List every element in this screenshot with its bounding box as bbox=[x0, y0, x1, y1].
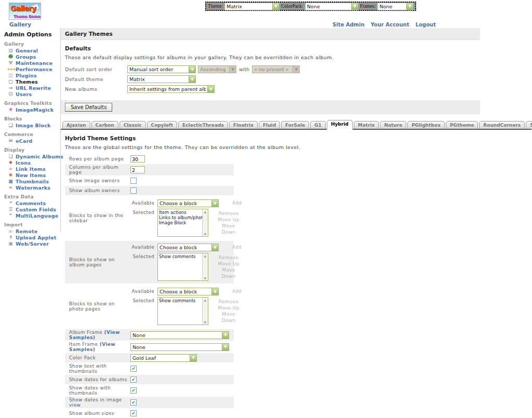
sidebar-item-themes[interactable]: ▢Themes bbox=[7, 79, 61, 85]
blocks-to-show-in-the-sidebar-available-select[interactable]: Choose a block▼ bbox=[157, 199, 219, 207]
list-option[interactable]: Item actions bbox=[159, 210, 201, 215]
sidebar-item-comments[interactable]: ❝Comments bbox=[7, 200, 61, 206]
move-down-button[interactable]: Move Down bbox=[216, 223, 242, 235]
scrollbar[interactable]: ▲▼ bbox=[202, 253, 208, 280]
blocks-to-show-on-photo-pages-selected-list[interactable]: Show comments▲▼ bbox=[157, 297, 208, 325]
sidebar-item-maintenance[interactable]: ⚒Maintenance bbox=[7, 60, 61, 66]
default-theme-label: Default theme bbox=[65, 76, 127, 82]
sidebar-item-users[interactable]: ☺Users bbox=[7, 91, 61, 97]
sidebar-item-performance[interactable]: »»»Performance bbox=[7, 66, 61, 72]
scroll-up-icon[interactable]: ▲ bbox=[204, 254, 206, 258]
scroll-up-icon[interactable]: ▲ bbox=[204, 210, 206, 213]
scroll-up-icon[interactable]: ▲ bbox=[204, 298, 206, 302]
scroll-down-icon[interactable]: ▼ bbox=[204, 276, 206, 280]
sidebar-item-upload-applet[interactable]: ⇑Upload Applet bbox=[7, 235, 61, 240]
view-samples-link[interactable]: (View Samples) bbox=[69, 330, 120, 340]
save-defaults-button[interactable]: Save Defaults bbox=[65, 103, 112, 112]
thumbnails-icon: ▦ bbox=[7, 179, 14, 184]
scrollbar[interactable]: ▲▼ bbox=[202, 298, 208, 325]
move-down-button[interactable]: Move Down bbox=[216, 311, 242, 323]
blocks-to-show-on-photo-pages-available-select[interactable]: Choose a block▼ bbox=[157, 288, 219, 295]
list-option[interactable]: Image Block bbox=[159, 220, 201, 225]
show-text-with-thumbnails-checkbox[interactable]: ✔ bbox=[130, 366, 137, 372]
scrollbar[interactable]: ▲▼ bbox=[202, 209, 208, 236]
breadcrumb[interactable]: Gallery bbox=[9, 21, 31, 28]
remove-button[interactable]: Remove bbox=[216, 254, 242, 261]
list-option[interactable]: Show comments bbox=[159, 254, 201, 259]
sidebar-item-groups[interactable]: ☻Groups bbox=[7, 54, 61, 60]
sidebar-item-link-items[interactable]: ∞Link Items bbox=[7, 166, 61, 172]
tab-pglightbox[interactable]: PGlightbox bbox=[407, 121, 445, 129]
show-album-sizes-checkbox[interactable]: ✔ bbox=[130, 410, 137, 416]
gallery-logo[interactable]: Gallery Theme Demo bbox=[9, 3, 41, 20]
sidebar-item-plugins[interactable]: ◫Plugins bbox=[7, 73, 61, 78]
add-button[interactable]: Add bbox=[232, 244, 242, 250]
tab-floatrix[interactable]: Floatrix bbox=[229, 121, 258, 129]
move-up-button[interactable]: Move Up bbox=[216, 217, 242, 223]
blocks-to-show-on-album-pages-selected-list[interactable]: Show comments▲▼ bbox=[157, 253, 208, 281]
blocks-to-show-in-the-sidebar-selected-list[interactable]: Item actionsLinks to album/photo peersIm… bbox=[157, 209, 208, 237]
scroll-down-icon[interactable]: ▼ bbox=[204, 232, 206, 236]
sidebar-item-general[interactable]: ▤General bbox=[7, 48, 61, 53]
sidebar-item-new-items[interactable]: ✱New Items bbox=[7, 172, 61, 178]
view-samples-link[interactable]: (View Samples) bbox=[69, 342, 115, 352]
default-theme-select[interactable]: Matrix ▼ bbox=[127, 75, 196, 83]
tab-eclecticthreads[interactable]: EclecticThreads bbox=[178, 121, 228, 129]
blocks-to-show-on-album-pages-available-select[interactable]: Choose a block▼ bbox=[157, 244, 219, 251]
tab-classic[interactable]: Classic bbox=[119, 121, 146, 129]
sidebar-item-dynamic-albums[interactable]: ❏Dynamic Albums bbox=[7, 154, 61, 159]
remove-button[interactable]: Remove bbox=[216, 210, 242, 217]
move-up-button[interactable]: Move Up bbox=[216, 261, 242, 267]
logout-link[interactable]: Logout bbox=[416, 22, 436, 28]
list-option[interactable]: Show comments bbox=[159, 298, 201, 303]
site-admin-link[interactable]: Site Admin bbox=[332, 22, 365, 28]
setting-label: Show dates with thumbnails bbox=[69, 385, 130, 396]
tab-forsale[interactable]: ForSale bbox=[281, 121, 309, 129]
rows-per-album-page-input[interactable] bbox=[130, 155, 145, 163]
tab-fluid[interactable]: Fluid bbox=[259, 121, 280, 129]
sidebar-item-thumbnails[interactable]: ▦Thumbnails bbox=[7, 179, 61, 184]
show-dates-with-thumbnails-checkbox[interactable]: ✔ bbox=[130, 387, 137, 394]
selected-label: Selected bbox=[130, 253, 154, 259]
scroll-down-icon[interactable]: ▼ bbox=[204, 320, 206, 324]
color-pack-select[interactable]: Gold Leaf▼ bbox=[130, 354, 197, 362]
columns-per-album-page-input[interactable] bbox=[130, 166, 145, 173]
remove-button[interactable]: Remove bbox=[216, 299, 242, 305]
tab-copyleft[interactable]: Copyleft bbox=[147, 121, 178, 129]
sidebar-item-multilanguage[interactable]: ❞MultiLanguage bbox=[7, 213, 61, 219]
tab-roundcorners[interactable]: RoundCorners bbox=[479, 121, 525, 129]
show-dates-in-image-view-checkbox[interactable]: ✔ bbox=[130, 399, 137, 406]
sidebar-item-ecard[interactable]: ✉eCard bbox=[7, 138, 61, 144]
sidebar-item-url-rewrite[interactable]: →URL Rewrite bbox=[7, 85, 61, 91]
tab-carbon[interactable]: Carbon bbox=[91, 121, 118, 129]
your-account-link[interactable]: Your Account bbox=[371, 22, 409, 28]
default-sort-order-select[interactable]: Manual sort order ▼ bbox=[127, 65, 196, 73]
sidebar-item-remote[interactable]: ☏Remote bbox=[7, 228, 61, 234]
sidebar-section-label: Import bbox=[4, 222, 61, 227]
sidebar-item-icons[interactable]: ❖Icons bbox=[7, 160, 61, 166]
show-album-owners-checkbox[interactable] bbox=[130, 187, 137, 194]
list-option[interactable]: Links to album/photo peers bbox=[159, 215, 201, 220]
tab-matrix[interactable]: Matrix bbox=[354, 121, 379, 129]
tab-g1[interactable]: G1 bbox=[310, 121, 326, 129]
tab-siriux[interactable]: Siriux bbox=[526, 121, 532, 129]
new-albums-select[interactable]: Inherit settings from parent album ▼ bbox=[127, 85, 215, 93]
sidebar-item-imagemagick[interactable]: ✵ImageMagick bbox=[7, 107, 61, 113]
add-button[interactable]: Add bbox=[232, 199, 242, 206]
sidebar-item-watermarks[interactable]: ≈Watermarks bbox=[7, 185, 61, 191]
setting-row-blocks-to-show-on-photo-pages: Blocks to show on photo pagesAvailableCh… bbox=[65, 285, 234, 328]
tab-pgtheme[interactable]: PGtheme bbox=[446, 121, 478, 129]
show-dates-for-albums-checkbox[interactable]: ✔ bbox=[130, 376, 137, 383]
tab-hybrid[interactable]: Hybrid bbox=[327, 120, 353, 130]
album-frame-select[interactable]: None▼ bbox=[130, 331, 229, 339]
tab-ajaxian[interactable]: Ajaxian bbox=[62, 121, 90, 129]
sidebar-item-image-block[interactable]: ❑Image Block bbox=[7, 123, 61, 128]
sidebar-item-web-server[interactable]: ▣Web/Server bbox=[7, 241, 61, 247]
add-button[interactable]: Add bbox=[232, 288, 242, 294]
show-image-owners-checkbox[interactable] bbox=[130, 178, 137, 184]
move-up-button[interactable]: Move Up bbox=[216, 305, 242, 311]
sidebar-item-custom-fields[interactable]: ☰Custom Fields bbox=[7, 207, 61, 212]
item-frame-select[interactable]: None▼ bbox=[130, 343, 229, 351]
tab-nature[interactable]: Nature bbox=[380, 121, 406, 129]
move-down-button[interactable]: Move Down bbox=[216, 267, 242, 279]
